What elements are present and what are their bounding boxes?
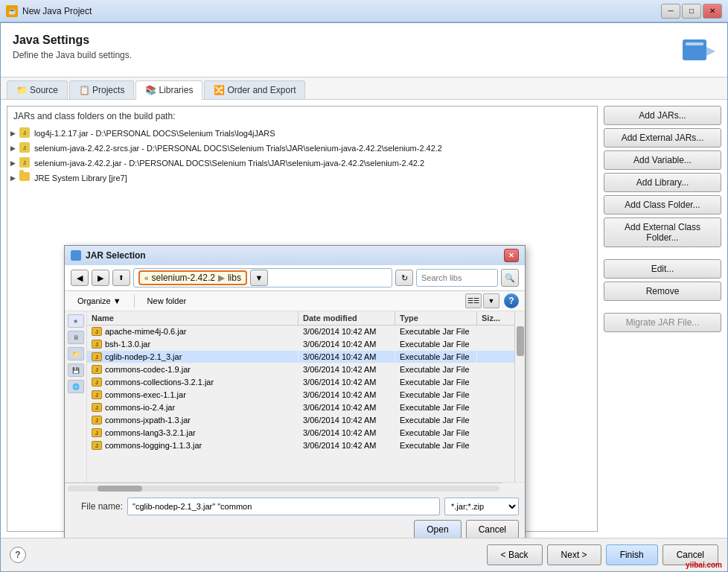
remove-button[interactable]: Remove [604, 282, 721, 301]
source-tab-icon: 📁 [16, 85, 27, 95]
sidebar-item4[interactable]: 🌐 [68, 380, 84, 393]
filename-input[interactable] [127, 498, 440, 515]
minimize-button[interactable]: ─ [661, 4, 680, 19]
help-button[interactable]: ? [504, 293, 519, 308]
file-row-name: J commons-lang3-3.2.1.jar [87, 427, 298, 439]
file-row-type: Executable Jar File [395, 389, 477, 401]
file-row-name: J commons-codec-1.9.jar [87, 363, 298, 375]
scroll-thumb[interactable] [517, 326, 524, 356]
breadcrumb-part2: libs [228, 273, 241, 283]
file-row[interactable]: J apache-mime4j-0.6.jar 3/06/2014 10:42 … [87, 325, 514, 338]
file-row[interactable]: J cglib-nodep-2.1_3.jar 3/06/2014 10:42 … [87, 351, 514, 363]
new-folder-button[interactable]: New folder [141, 293, 194, 308]
tab-libraries[interactable]: 📚 Libraries [135, 80, 202, 100]
view-dropdown-button[interactable]: ▼ [483, 293, 499, 308]
refresh-button[interactable]: ↻ [395, 270, 413, 286]
file-jar-icon: J [92, 390, 102, 399]
file-row-name: J commons-jxpath-1.3.jar [87, 414, 298, 426]
up-nav-button[interactable]: ⬆ [112, 270, 130, 286]
h-scroll-thumb[interactable] [98, 486, 142, 492]
file-row-size [477, 444, 514, 447]
filetype-select[interactable]: *.jar;*.zip [444, 498, 519, 515]
horizontal-scrollbar[interactable] [65, 483, 502, 493]
file-sidebar: ★ 🖥 📁 💾 🌐 [65, 311, 87, 482]
file-row-size [477, 431, 514, 434]
search-button[interactable]: 🔍 [501, 269, 519, 287]
file-rows: J apache-mime4j-0.6.jar 3/06/2014 10:42 … [87, 325, 514, 452]
file-jar-icon: J [92, 416, 102, 425]
back-nav-button[interactable]: ◀ [71, 270, 89, 286]
add-variable-button[interactable]: Add Variable... [604, 150, 721, 170]
add-class-folder-button[interactable]: Add Class Folder... [604, 195, 721, 214]
back-button[interactable]: < Back [487, 544, 543, 565]
sidebar-item2[interactable]: 📁 [68, 347, 84, 360]
title-bar: ☕ New Java Project ─ □ ✕ [0, 0, 728, 22]
address-bar: ◀ ▶ ⬆ « selenium-2.42.2 ▶ libs ▼ ↻ 🔍 [65, 265, 525, 291]
file-row-date: 3/06/2014 10:42 AM [298, 363, 395, 375]
open-button[interactable]: Open [414, 520, 461, 538]
tree-arrow: ▶ [10, 130, 19, 137]
finish-button[interactable]: Finish [606, 544, 658, 565]
jar-cancel-button[interactable]: Cancel [466, 520, 519, 538]
file-row-size [477, 343, 514, 346]
cancel-button[interactable]: Cancel [662, 544, 718, 565]
sidebar-item1[interactable]: 🖥 [68, 331, 84, 344]
migrate-jar-button[interactable]: Migrate JAR File... [604, 313, 721, 332]
breadcrumb-dropdown-button[interactable]: ▼ [250, 270, 268, 286]
close-button[interactable]: ✕ [703, 4, 722, 19]
file-jar-icon: J [92, 327, 102, 336]
organize-button[interactable]: Organize ▼ [71, 293, 128, 308]
edit-button[interactable]: Edit... [604, 259, 721, 279]
file-row-name: J commons-exec-1.1.jar [87, 389, 298, 401]
file-row[interactable]: J bsh-1.3.0.jar 3/06/2014 10:42 AM Execu… [87, 338, 514, 351]
tree-item-label: selenium-java-2.42.2.jar - D:\PERSONAL D… [34, 159, 424, 168]
add-external-class-folder-button[interactable]: Add External Class Folder... [604, 217, 721, 247]
next-button[interactable]: Next > [547, 544, 601, 565]
search-input[interactable] [416, 269, 498, 287]
file-row[interactable]: J commons-codec-1.9.jar 3/06/2014 10:42 … [87, 363, 514, 376]
tree-item-selenium-jar[interactable]: ▶ J selenium-java-2.42.2.jar - D:\PERSON… [7, 156, 597, 171]
jar-dialog-title: JAR Selection [86, 250, 146, 261]
jar-close-button[interactable]: ✕ [504, 249, 519, 262]
file-list-container: ★ 🖥 📁 💾 🌐 Name Date modified Type Siz... [65, 311, 525, 483]
tree-item-label: selenium-java-2.42.2-srcs.jar - D:\PERSO… [34, 144, 442, 153]
file-row-size [477, 381, 514, 384]
tab-projects[interactable]: 📋 Projects [69, 80, 134, 99]
view-buttons: ☰☰ ▼ ? [465, 293, 519, 308]
window-controls: ─ □ ✕ [661, 4, 722, 19]
file-row-size [477, 406, 514, 409]
file-row-size [477, 368, 514, 371]
vertical-scrollbar[interactable] [514, 311, 525, 482]
breadcrumb-part1: selenium-2.42.2 [152, 273, 215, 283]
file-row-size [477, 330, 514, 333]
sidebar-favorite[interactable]: ★ [68, 314, 84, 328]
file-row[interactable]: J commons-jxpath-1.3.jar 3/06/2014 10:42… [87, 414, 514, 427]
svg-rect-1 [686, 42, 703, 45]
file-jar-icon: J [92, 352, 102, 361]
help-button[interactable]: ? [10, 547, 26, 563]
forward-nav-button[interactable]: ▶ [92, 270, 109, 286]
add-external-jars-button[interactable]: Add External JARs... [604, 128, 721, 147]
file-row[interactable]: J commons-logging-1.1.3.jar 3/06/2014 10… [87, 439, 514, 452]
maximize-button[interactable]: □ [682, 4, 701, 19]
file-row[interactable]: J commons-exec-1.1.jar 3/06/2014 10:42 A… [87, 389, 514, 401]
sidebar-item3[interactable]: 💾 [68, 363, 84, 377]
add-jars-button[interactable]: Add JARs... [604, 106, 721, 125]
organize-label: Organize ▼ [77, 296, 121, 305]
tree-item-jre[interactable]: ▶ JRE System Library [jre7] [7, 171, 597, 185]
file-row-size [477, 419, 514, 422]
projects-tab-icon: 📋 [79, 85, 89, 95]
file-row[interactable]: J commons-io-2.4.jar 3/06/2014 10:42 AM … [87, 401, 514, 414]
tab-source[interactable]: 📁 Source [7, 80, 68, 99]
tree-arrow: ▶ [10, 159, 19, 167]
add-library-button[interactable]: Add Library... [604, 173, 721, 192]
tree-item-selenium-srcs[interactable]: ▶ J selenium-java-2.42.2-srcs.jar - D:\P… [7, 141, 597, 156]
file-row[interactable]: J commons-lang3-3.2.1.jar 3/06/2014 10:4… [87, 427, 514, 439]
file-row[interactable]: J commons-collections-3.2.1.jar 3/06/201… [87, 376, 514, 389]
file-row-type: Executable Jar File [395, 363, 477, 375]
tab-order[interactable]: 🔀 Order and Export [204, 80, 305, 99]
file-row-size [477, 393, 514, 396]
file-row-name: J commons-logging-1.1.3.jar [87, 439, 298, 451]
view-list-button[interactable]: ☰☰ [465, 293, 482, 308]
tree-item-log4j[interactable]: ▶ J log4j-1.2.17.jar - D:\PERSONAL DOCS\… [7, 126, 597, 141]
